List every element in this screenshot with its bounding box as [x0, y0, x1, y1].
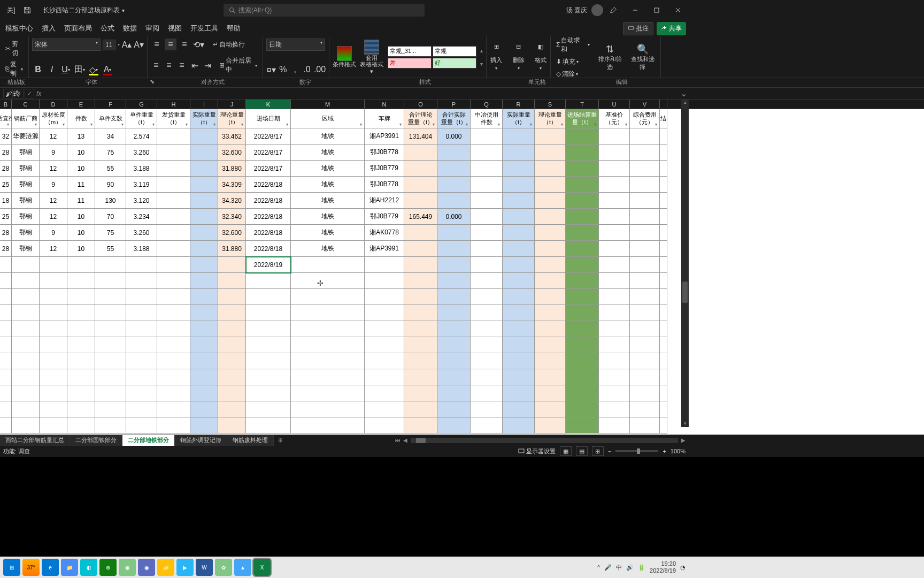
- cell[interactable]: 3.188: [126, 241, 157, 257]
- cell[interactable]: [126, 385, 157, 401]
- autosum-button[interactable]: Σ自动求和▾: [554, 35, 592, 55]
- cell[interactable]: [404, 417, 437, 434]
- menu-视图[interactable]: 视图: [164, 21, 186, 36]
- align-top-icon[interactable]: ≡: [151, 39, 163, 50]
- vertical-scrollbar[interactable]: ▴ ▾: [681, 100, 689, 427]
- cell[interactable]: [660, 401, 667, 417]
- cell[interactable]: 9: [40, 177, 67, 193]
- cell[interactable]: [630, 321, 660, 337]
- sheet-tab[interactable]: 二分部地铁部分: [122, 435, 175, 446]
- cell[interactable]: [157, 257, 190, 273]
- table-header[interactable]: 综合费用 （元）▾: [630, 109, 660, 128]
- page-layout-view-icon[interactable]: ▤: [576, 446, 588, 456]
- cell[interactable]: 34: [95, 128, 126, 144]
- cell[interactable]: [630, 128, 660, 144]
- cell[interactable]: 0.000: [437, 209, 471, 225]
- cell[interactable]: [566, 337, 599, 353]
- cell[interactable]: [437, 321, 471, 337]
- underline-button[interactable]: U▾: [60, 64, 72, 75]
- cell[interactable]: [365, 273, 404, 289]
- cell[interactable]: [291, 337, 365, 353]
- normal-view-icon[interactable]: ▦: [560, 446, 572, 456]
- cell[interactable]: [566, 369, 599, 385]
- cell[interactable]: [404, 144, 437, 161]
- table-header[interactable]: 合计理论 重量（t）▾: [404, 109, 437, 128]
- cell[interactable]: [404, 385, 437, 401]
- cell[interactable]: [291, 289, 365, 305]
- find-select-button[interactable]: 🔍查找和选择: [628, 43, 657, 71]
- cell[interactable]: [630, 144, 660, 161]
- cell[interactable]: 28: [0, 241, 12, 257]
- cell[interactable]: [291, 417, 365, 434]
- table-header[interactable]: 车牌▾: [365, 109, 404, 128]
- cell[interactable]: [471, 353, 503, 369]
- cell[interactable]: [471, 305, 503, 321]
- cell[interactable]: [190, 353, 218, 369]
- col-header-V[interactable]: V: [630, 100, 660, 109]
- cell[interactable]: [404, 353, 437, 369]
- mic-icon[interactable]: 🎤: [604, 564, 612, 571]
- cell[interactable]: [157, 369, 190, 385]
- col-header-T[interactable]: T: [566, 100, 599, 109]
- cell[interactable]: [157, 241, 190, 257]
- cell[interactable]: [126, 289, 157, 305]
- cell[interactable]: 2.574: [126, 128, 157, 144]
- cell[interactable]: 鄂钢: [12, 225, 40, 241]
- cell[interactable]: [12, 417, 40, 434]
- cell[interactable]: [566, 128, 599, 144]
- cell[interactable]: [471, 337, 503, 353]
- cell[interactable]: [437, 353, 471, 369]
- cell[interactable]: [218, 353, 246, 369]
- cell[interactable]: [12, 369, 40, 385]
- cell[interactable]: [630, 161, 660, 177]
- cell[interactable]: [404, 193, 437, 209]
- sort-filter-button[interactable]: ⇅排序和筛选: [595, 43, 625, 71]
- cell[interactable]: [190, 337, 218, 353]
- cell[interactable]: [471, 177, 503, 193]
- sheet-tab[interactable]: 二分部国铁部分: [70, 435, 122, 446]
- cell[interactable]: [190, 321, 218, 337]
- sheet-tab[interactable]: 西站二分部钢筋量汇总: [0, 435, 70, 446]
- start-button[interactable]: ⊞: [3, 559, 20, 576]
- cell[interactable]: [535, 177, 566, 193]
- col-header-P[interactable]: P: [437, 100, 471, 109]
- cell[interactable]: [40, 273, 67, 289]
- table-header[interactable]: 件数▾: [67, 109, 95, 128]
- insert-cells-button[interactable]: ⊞插入▾: [490, 43, 503, 71]
- cell[interactable]: [599, 193, 630, 209]
- table-header[interactable]: 理论重量 （t）▾: [218, 109, 246, 128]
- cell[interactable]: [471, 128, 503, 144]
- cell[interactable]: 湘AP3991: [365, 128, 404, 144]
- cell[interactable]: 10: [67, 161, 95, 177]
- cell[interactable]: [126, 369, 157, 385]
- cell[interactable]: [126, 321, 157, 337]
- table-header[interactable]: 原材长度 （m）▾: [40, 109, 67, 128]
- cell[interactable]: [126, 417, 157, 434]
- cell[interactable]: [157, 225, 190, 241]
- cell[interactable]: [95, 417, 126, 434]
- percent-icon[interactable]: %: [278, 64, 288, 75]
- font-name-select[interactable]: 宋体▾: [32, 39, 101, 51]
- cell[interactable]: [67, 337, 95, 353]
- cell[interactable]: [404, 369, 437, 385]
- cell[interactable]: [535, 273, 566, 289]
- col-header-F[interactable]: F: [95, 100, 126, 109]
- cell[interactable]: [365, 353, 404, 369]
- cell[interactable]: [660, 209, 667, 225]
- cell[interactable]: [471, 209, 503, 225]
- cell[interactable]: [95, 321, 126, 337]
- cell[interactable]: [291, 305, 365, 321]
- word-icon[interactable]: W: [196, 559, 213, 576]
- cell[interactable]: 9: [40, 225, 67, 241]
- cell[interactable]: 湘AK0778: [365, 225, 404, 241]
- cell[interactable]: [0, 257, 12, 273]
- cell[interactable]: [246, 289, 291, 305]
- cell[interactable]: [67, 417, 95, 434]
- cell[interactable]: [503, 257, 535, 273]
- filter-arrow-icon[interactable]: ▾: [496, 122, 502, 127]
- cell[interactable]: [437, 401, 471, 417]
- cell[interactable]: 3.260: [126, 225, 157, 241]
- cell[interactable]: [190, 385, 218, 401]
- cell[interactable]: [437, 225, 471, 241]
- cell[interactable]: [437, 385, 471, 401]
